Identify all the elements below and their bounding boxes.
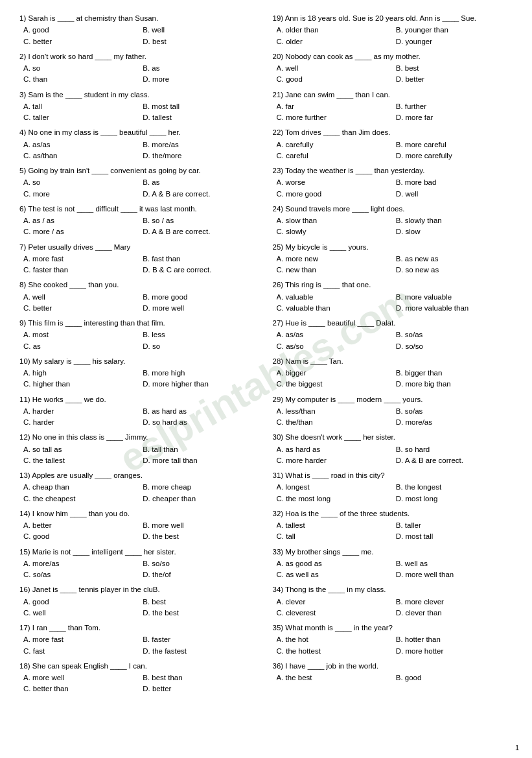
option: A. harder: [23, 406, 140, 417]
options-grid: A. mostB. lessC. asD. so: [23, 329, 260, 352]
option: B. more clever: [396, 597, 513, 608]
question-block: 31) What is ____ road in this city?A. lo…: [273, 470, 513, 504]
question-block: 30) She doesn't work ____ her sister.A. …: [273, 432, 513, 466]
question-text: 23) Today the weather is ____ than yeste…: [273, 165, 513, 176]
question-text: 6) The test is not ____ difficult ____ i…: [19, 204, 260, 215]
question-block: 35) What month is ____ in the year?A. th…: [273, 622, 513, 657]
option: D. A & B are correct.: [396, 455, 513, 466]
option: A. far: [277, 101, 393, 112]
question-block: 16) Janet is ____ tennis player in the c…: [19, 584, 260, 619]
question-block: 1) Sarah is ____ at chemistry than Susan…: [19, 13, 260, 47]
option: B. well: [143, 25, 259, 36]
options-grid: A. farB. furtherC. more furtherD. more f…: [277, 101, 513, 124]
option: B. as new as: [396, 254, 513, 265]
option: D. more big than: [396, 379, 513, 390]
question-text: 31) What is ____ road in this city?: [273, 470, 513, 481]
option: C. the most long: [277, 493, 393, 504]
options-grid: A. the hotB. hotter thanC. the hottestD.…: [277, 634, 513, 657]
option: C. good: [23, 531, 140, 542]
question-block: 27) Hue is ____ beautiful ____ Dalat.A. …: [273, 318, 513, 352]
option: B. slowly than: [396, 215, 513, 226]
question-text: 2) I don't work so hard ____ my father.: [19, 51, 260, 62]
option: A. more well: [23, 672, 140, 683]
option: C. than: [23, 74, 140, 85]
option: B. tall than: [143, 444, 259, 455]
options-grid: A. tallestB. tallerC. tallD. most tall: [277, 520, 513, 543]
option: B. as: [143, 63, 259, 74]
question-block: 26) This ring is ____ that one.A. valuab…: [273, 279, 513, 314]
option: D. A & B are correct.: [143, 226, 259, 237]
option: C. the hottest: [277, 646, 393, 657]
option: A. less/than: [277, 406, 393, 417]
option: B. best: [396, 63, 513, 74]
question-block: 24) Sound travels more ____ light does.A…: [273, 204, 513, 238]
option: B. more valuable: [396, 292, 513, 303]
options-grid: A. so tall asB. tall thanC. the tallestD…: [23, 444, 260, 467]
options-grid: A. less/thanB. so/asC. the/thanD. more/a…: [277, 406, 513, 429]
question-block: 19) Ann is 18 years old. Sue is 20 years…: [273, 13, 513, 47]
option: A. tall: [23, 101, 140, 112]
option: D. best: [143, 36, 259, 47]
question-text: 30) She doesn't work ____ her sister.: [273, 432, 513, 443]
options-grid: A. cleverB. more cleverC. cleverestD. cl…: [277, 597, 513, 619]
option: D. more higher than: [143, 379, 259, 390]
option: A. as/as: [277, 329, 393, 340]
option: A. more/as: [23, 558, 140, 569]
option: B. more bad: [396, 177, 513, 188]
question-text: 16) Janet is ____ tennis player in the c…: [19, 584, 260, 595]
option: D. A & B are correct.: [143, 189, 259, 200]
options-grid: A. more fastB. fasterC. fastD. the faste…: [23, 634, 260, 657]
option: D. slow: [396, 226, 513, 237]
option: C. harder: [23, 417, 140, 428]
question-block: 8) She cooked ____ than you.A. wellB. mo…: [19, 279, 260, 314]
option: A. so tall as: [23, 444, 140, 455]
option: D. more tall than: [143, 455, 259, 466]
option: B. so/as: [396, 406, 513, 417]
question-text: 3) Sam is the ____ student in my class.: [19, 89, 260, 101]
option: C. new than: [277, 265, 393, 276]
option: C. as well as: [277, 569, 393, 580]
question-block: 6) The test is not ____ difficult ____ i…: [19, 204, 260, 238]
options-grid: A. the bestB. good: [277, 672, 513, 683]
option: B. best than: [143, 672, 259, 683]
option: A. more new: [277, 254, 393, 265]
question-text: 20) Nobody can cook as ____ as my mother…: [273, 51, 513, 62]
question-block: 32) Hoa is the ____ of the three student…: [273, 508, 513, 543]
option: C. well: [23, 608, 140, 619]
option: A. as/as: [23, 139, 140, 150]
option: C. more / as: [23, 226, 140, 237]
option: C. as/so: [277, 341, 393, 352]
options-grid: A. as/asB. so/asC. as/soD. so/so: [277, 329, 513, 352]
option: D. better: [143, 683, 259, 694]
option: D. most long: [396, 493, 513, 504]
question-block: 10) My salary is ____ his salary.A. high…: [19, 356, 260, 390]
question-block: 28) Nam is ____ Tan.A. biggerB. bigger t…: [273, 356, 513, 390]
question-block: 14) I know him ____ than you do.A. bette…: [19, 508, 260, 543]
question-block: 2) I don't work so hard ____ my father.A…: [19, 51, 260, 86]
question-block: 9) This film is ____ interesting than th…: [19, 318, 260, 352]
question-text: 8) She cooked ____ than you.: [19, 279, 260, 290]
option: D. more valuable than: [396, 303, 513, 314]
options-grid: A. slow thanB. slowly thanC. slowlyD. sl…: [277, 215, 513, 238]
question-text: 15) Marie is not ____ intelligent ____ h…: [19, 547, 260, 558]
option: A. as good as: [277, 558, 393, 569]
option: A. worse: [277, 177, 393, 188]
option: A. high: [23, 368, 140, 379]
option: A. tallest: [277, 520, 393, 531]
question-block: 36) I have ____ job in the world.A. the …: [273, 661, 513, 684]
option: C. faster than: [23, 265, 140, 276]
option: B. good: [396, 672, 513, 683]
option: C. more: [23, 189, 140, 200]
question-block: 23) Today the weather is ____ than yeste…: [273, 165, 513, 200]
question-block: 21) Jane can swim ____ than I can.A. far…: [273, 89, 513, 124]
option: D. the/of: [143, 569, 259, 580]
options-grid: A. goodB. wellC. betterD. best: [23, 25, 260, 47]
option: B. so hard: [396, 444, 513, 455]
option: B. as: [143, 177, 259, 188]
option: C. as: [23, 341, 140, 352]
question-block: 11) He works ____ we do.A. harderB. as h…: [19, 394, 260, 429]
option: A. cheap than: [23, 482, 140, 493]
question-text: 22) Tom drives ____ than Jim does.: [273, 127, 513, 138]
option: B. younger than: [396, 25, 513, 36]
option: C. the/than: [277, 417, 393, 428]
